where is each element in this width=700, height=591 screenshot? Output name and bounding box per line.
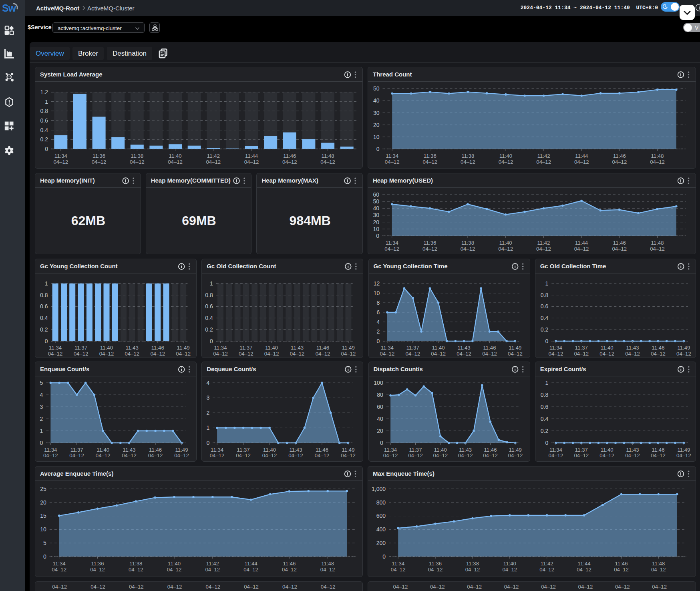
- svg-text:04–12: 04–12: [508, 351, 523, 357]
- svg-text:30: 30: [373, 212, 379, 218]
- svg-text:11:40: 11:40: [265, 345, 278, 351]
- svg-text:11:38: 11:38: [461, 240, 474, 246]
- svg-text:0.6: 0.6: [541, 404, 549, 410]
- svg-text:0.4: 0.4: [541, 416, 549, 422]
- svg-text:04–12: 04–12: [482, 351, 497, 357]
- svg-text:04–12: 04–12: [498, 246, 513, 252]
- svg-text:11:36: 11:36: [429, 561, 442, 567]
- svg-text:04–12: 04–12: [236, 452, 251, 458]
- svg-text:04–12: 04–12: [43, 452, 58, 458]
- svg-text:11:42: 11:42: [537, 240, 550, 246]
- svg-text:04–12: 04–12: [52, 567, 66, 573]
- svg-text:20: 20: [373, 122, 380, 128]
- svg-text:5: 5: [40, 380, 43, 386]
- svg-text:04–12: 04–12: [461, 159, 475, 165]
- svg-text:0: 0: [43, 553, 46, 560]
- svg-text:0: 0: [40, 440, 43, 446]
- svg-text:11:36: 11:36: [424, 153, 436, 159]
- svg-text:11:43: 11:43: [459, 447, 472, 453]
- svg-text:1: 1: [545, 280, 548, 287]
- svg-text:04–12: 04–12: [244, 159, 259, 165]
- svg-text:11:34: 11:34: [214, 345, 227, 351]
- svg-text:11:44: 11:44: [575, 240, 588, 246]
- svg-text:11:49: 11:49: [177, 345, 190, 351]
- svg-text:60: 60: [377, 404, 383, 410]
- svg-text:20: 20: [40, 499, 46, 506]
- svg-text:04–12: 04–12: [262, 452, 277, 458]
- svg-text:1: 1: [45, 98, 48, 105]
- svg-text:11:40: 11:40: [97, 447, 109, 453]
- svg-text:11:42: 11:42: [207, 153, 220, 159]
- svg-text:11:40: 11:40: [600, 345, 613, 351]
- svg-text:0: 0: [376, 338, 380, 344]
- svg-text:11:48: 11:48: [651, 240, 664, 246]
- svg-text:3: 3: [40, 404, 43, 410]
- svg-text:11:40: 11:40: [499, 240, 512, 246]
- svg-text:11:46: 11:46: [316, 447, 328, 453]
- svg-text:04–12: 04–12: [213, 351, 228, 357]
- svg-text:11:34: 11:34: [49, 345, 62, 351]
- svg-text:10: 10: [373, 134, 380, 140]
- svg-text:04–12: 04–12: [548, 452, 563, 458]
- svg-text:04–12: 04–12: [458, 452, 473, 458]
- svg-text:0.2: 0.2: [40, 136, 48, 143]
- svg-text:40: 40: [373, 205, 379, 211]
- svg-text:04–12: 04–12: [650, 246, 665, 252]
- svg-text:0.2: 0.2: [40, 326, 48, 333]
- svg-text:0.8: 0.8: [40, 108, 48, 114]
- svg-text:04–12: 04–12: [676, 452, 691, 458]
- svg-text:11:34: 11:34: [549, 447, 562, 453]
- svg-text:11:48: 11:48: [321, 561, 334, 567]
- svg-text:04–12: 04–12: [206, 159, 221, 165]
- svg-text:11:46: 11:46: [613, 240, 626, 246]
- svg-text:04–12: 04–12: [48, 351, 63, 357]
- svg-text:04–12: 04–12: [290, 351, 305, 357]
- svg-text:11:49: 11:49: [677, 345, 690, 351]
- svg-text:5: 5: [43, 540, 46, 546]
- svg-text:2: 2: [207, 410, 210, 416]
- svg-text:11:36: 11:36: [423, 240, 436, 246]
- svg-text:11:43: 11:43: [457, 345, 470, 351]
- svg-text:04–12: 04–12: [315, 452, 330, 458]
- svg-text:11:34: 11:34: [211, 447, 223, 453]
- svg-text:11:37: 11:37: [237, 447, 250, 453]
- svg-text:0: 0: [45, 146, 48, 152]
- svg-text:0: 0: [45, 338, 48, 344]
- svg-text:1: 1: [545, 380, 548, 386]
- svg-text:0: 0: [376, 233, 379, 239]
- svg-text:11:38: 11:38: [129, 561, 142, 567]
- svg-text:11:34: 11:34: [386, 153, 398, 159]
- svg-text:04–12: 04–12: [174, 452, 189, 458]
- svg-text:04–12: 04–12: [465, 567, 480, 573]
- svg-text:04–12: 04–12: [69, 452, 84, 458]
- svg-text:04–12: 04–12: [320, 159, 335, 165]
- svg-text:04–12: 04–12: [90, 567, 105, 573]
- svg-text:04–12: 04–12: [99, 351, 114, 357]
- svg-text:04–12: 04–12: [614, 567, 629, 573]
- svg-text:04–12: 04–12: [408, 452, 423, 458]
- svg-text:0: 0: [207, 440, 210, 446]
- svg-text:11:36: 11:36: [91, 561, 104, 567]
- svg-text:40: 40: [373, 97, 380, 104]
- svg-text:0.4: 0.4: [541, 315, 549, 321]
- svg-text:04–12: 04–12: [384, 246, 399, 252]
- svg-text:11:40: 11:40: [499, 153, 512, 159]
- svg-text:2: 2: [40, 416, 43, 422]
- svg-text:0: 0: [210, 338, 213, 344]
- svg-text:0: 0: [380, 440, 383, 446]
- svg-text:04–12: 04–12: [599, 351, 614, 357]
- svg-text:10: 10: [373, 226, 379, 232]
- svg-text:04–12: 04–12: [428, 567, 443, 573]
- svg-text:11:46: 11:46: [149, 447, 162, 453]
- svg-text:11:34: 11:34: [54, 153, 67, 159]
- svg-text:4: 4: [40, 392, 43, 398]
- svg-text:0.2: 0.2: [541, 428, 549, 434]
- svg-text:11:37: 11:37: [239, 345, 252, 351]
- svg-text:11:42: 11:42: [537, 153, 550, 159]
- svg-text:04–12: 04–12: [391, 567, 406, 573]
- svg-text:04–12: 04–12: [130, 159, 145, 165]
- svg-text:11:38: 11:38: [466, 561, 479, 567]
- svg-text:11:38: 11:38: [131, 153, 143, 159]
- svg-text:0.8: 0.8: [205, 292, 213, 298]
- svg-text:4: 4: [207, 380, 210, 386]
